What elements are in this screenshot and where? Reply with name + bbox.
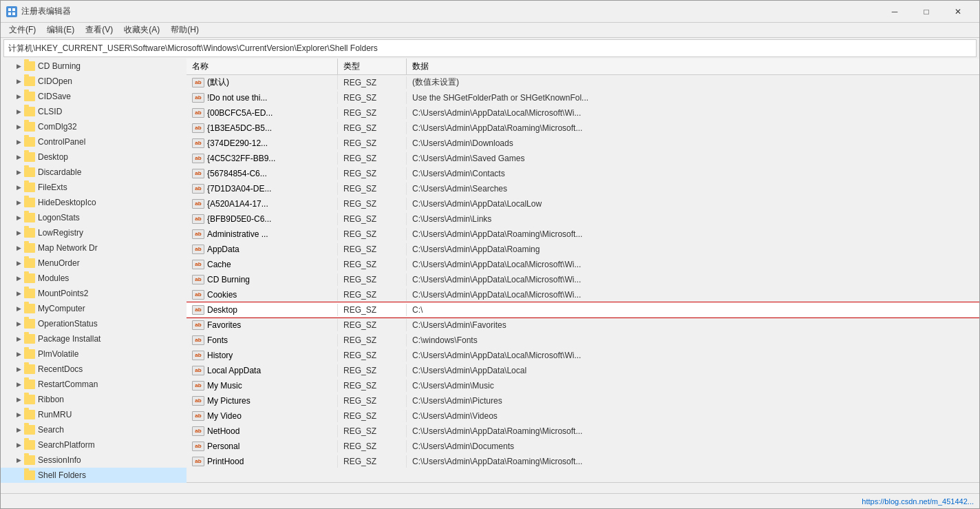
tree-expand-arrow[interactable]: ▶ [14, 411, 23, 419]
tree-panel[interactable]: ▶CD Burning▶CIDOpen▶CIDSave▶CLSID▶ComDlg… [1, 59, 187, 493]
table-row[interactable]: ab{374DE290-12...REG_SZC:\Users\Admin\Do… [187, 136, 979, 151]
tree-expand-arrow[interactable]: ▶ [14, 304, 23, 313]
tree-expand-arrow[interactable]: ▶ [14, 168, 23, 176]
table-row[interactable]: ab{A520A1A4-17...REG_SZC:\Users\Admin\Ap… [187, 196, 979, 211]
cell-type: REG_SZ [338, 349, 407, 362]
app-icon [6, 6, 17, 17]
tree-expand-arrow[interactable] [14, 471, 23, 479]
close-button[interactable]: ✕ [942, 1, 974, 23]
table-row[interactable]: abAdministrative ...REG_SZC:\Users\Admin… [187, 227, 979, 242]
menu-favorites[interactable]: 收藏夹(A) [118, 23, 165, 37]
table-row[interactable]: abCacheREG_SZC:\Users\Admin\AppData\Loca… [187, 257, 979, 272]
table-row[interactable]: abLocal AppDataREG_SZC:\Users\Admin\AppD… [187, 363, 979, 378]
reg-ab-icon: ab [192, 381, 204, 391]
tree-expand-arrow[interactable]: ▶ [14, 274, 23, 282]
table-row[interactable]: abPersonalREG_SZC:\Users\Admin\Documents [187, 439, 979, 454]
tree-expand-arrow[interactable]: ▶ [14, 214, 23, 222]
maximize-button[interactable]: □ [910, 1, 942, 23]
table-row[interactable]: abMy MusicREG_SZC:\Users\Admin\Music [187, 378, 979, 393]
tree-expand-arrow[interactable]: ▶ [14, 441, 23, 449]
tree-expand-arrow[interactable]: ▶ [14, 77, 23, 85]
menu-view[interactable]: 查看(V) [80, 23, 118, 37]
tree-item[interactable]: ▶Modules [1, 271, 187, 286]
table-row[interactable]: abHistoryREG_SZC:\Users\Admin\AppData\Lo… [187, 348, 979, 363]
tree-item[interactable]: ▶HideDesktopIco [1, 195, 187, 210]
tree-expand-arrow[interactable]: ▶ [14, 183, 23, 191]
table-row[interactable]: ab{BFB9D5E0-C6...REG_SZC:\Users\Admin\Li… [187, 211, 979, 227]
tree-item[interactable]: ▶MountPoints2 [1, 286, 187, 301]
tree-expand-arrow[interactable]: ▶ [14, 350, 23, 358]
tree-expand-arrow[interactable]: ▶ [14, 107, 23, 116]
tree-expand-arrow[interactable]: ▶ [14, 92, 23, 101]
tree-item[interactable]: ▶CD Burning [1, 59, 187, 74]
tree-item[interactable]: ▶OperationStatus [1, 316, 187, 331]
tree-expand-arrow[interactable]: ▶ [14, 289, 23, 298]
tree-expand-arrow[interactable]: ▶ [14, 365, 23, 373]
table-row[interactable]: ab{56784854-C6...REG_SZC:\Users\Admin\Co… [187, 166, 979, 181]
tree-item-label: FileExts [38, 183, 67, 192]
tree-expand-arrow[interactable]: ▶ [14, 198, 23, 207]
table-row[interactable]: ab(默认)REG_SZ(数值未设置) [187, 75, 979, 90]
tree-expand-arrow[interactable]: ▶ [14, 320, 23, 328]
tree-expand-arrow[interactable]: ▶ [14, 335, 23, 343]
menu-help[interactable]: 帮助(H) [165, 23, 204, 37]
horizontal-scrollbar[interactable] [187, 482, 979, 493]
table-row[interactable]: ab{1B3EA5DC-B5...REG_SZC:\Users\Admin\Ap… [187, 121, 979, 136]
minimize-button[interactable]: ─ [879, 1, 910, 23]
tree-item[interactable]: ▶RunMRU [1, 407, 187, 422]
tree-item[interactable]: ▶MenuOrder [1, 256, 187, 271]
tree-expand-arrow[interactable]: ▶ [14, 123, 23, 131]
table-row[interactable]: abFontsREG_SZC:\windows\Fonts [187, 333, 979, 348]
tree-expand-arrow[interactable]: ▶ [14, 138, 23, 146]
tree-item[interactable]: ▶SessionInfo [1, 453, 187, 468]
table-row[interactable]: abNetHoodREG_SZC:\Users\Admin\AppData\Ro… [187, 424, 979, 439]
table-row[interactable]: abMy PicturesREG_SZC:\Users\Admin\Pictur… [187, 393, 979, 408]
tree-item[interactable]: ▶PlmVolatile [1, 346, 187, 362]
tree-item[interactable]: ▶RecentDocs [1, 362, 187, 377]
tree-item[interactable]: ▶RestartComman [1, 377, 187, 392]
tree-item[interactable]: ▶ControlPanel [1, 134, 187, 149]
tree-expand-arrow[interactable]: ▶ [14, 380, 23, 388]
tree-expand-arrow[interactable]: ▶ [14, 244, 23, 252]
name-text: Favorites [207, 320, 241, 330]
menu-edit[interactable]: 编辑(E) [41, 23, 80, 37]
tree-item[interactable]: ▶CIDOpen [1, 74, 187, 89]
tree-item[interactable]: ▶CIDSave [1, 89, 187, 104]
cell-data: C:\Users\Admin\Videos [407, 410, 979, 422]
tree-item[interactable]: ▶SearchPlatform [1, 437, 187, 453]
tree-item[interactable]: ▶Package Installat [1, 331, 187, 346]
table-row[interactable]: ab{00BCFC5A-ED...REG_SZC:\Users\Admin\Ap… [187, 105, 979, 121]
tree-item[interactable]: ▶Ribbon [1, 392, 187, 407]
table-row[interactable]: abFavoritesREG_SZC:\Users\Admin\Favorite… [187, 318, 979, 333]
name-text: {BFB9D5E0-C6... [207, 214, 271, 224]
tree-item[interactable]: Shell Folders [1, 468, 187, 483]
tree-item[interactable]: ▶Search [1, 422, 187, 437]
tree-expand-arrow[interactable]: ▶ [14, 259, 23, 267]
tree-expand-arrow[interactable]: ▶ [14, 456, 23, 464]
tree-item[interactable]: ▶CLSID [1, 104, 187, 119]
table-row[interactable]: abCD BurningREG_SZC:\Users\Admin\AppData… [187, 272, 979, 287]
tree-item[interactable]: ▶Map Network Dr [1, 240, 187, 256]
table-row[interactable]: ab!Do not use thi...REG_SZUse the SHGetF… [187, 90, 979, 105]
tree-item[interactable]: ▶MyComputer [1, 301, 187, 316]
table-row[interactable]: abCookiesREG_SZC:\Users\Admin\AppData\Lo… [187, 287, 979, 302]
tree-expand-arrow[interactable]: ▶ [14, 62, 23, 70]
table-body[interactable]: ab(默认)REG_SZ(数值未设置)ab!Do not use thi...R… [187, 75, 979, 482]
table-row[interactable]: abPrintHoodREG_SZC:\Users\Admin\AppData\… [187, 454, 979, 469]
tree-item[interactable]: ▶Desktop [1, 149, 187, 165]
table-row[interactable]: ab{4C5C32FF-BB9...REG_SZC:\Users\Admin\S… [187, 151, 979, 166]
table-row[interactable]: abMy VideoREG_SZC:\Users\Admin\Videos [187, 408, 979, 424]
tree-item[interactable]: ▶ComDlg32 [1, 119, 187, 134]
table-row[interactable]: abAppDataREG_SZC:\Users\Admin\AppData\Ro… [187, 242, 979, 257]
tree-item[interactable]: ▶Discardable [1, 165, 187, 180]
tree-expand-arrow[interactable]: ▶ [14, 426, 23, 434]
table-row[interactable]: ab{7D1D3A04-DE...REG_SZC:\Users\Admin\Se… [187, 181, 979, 196]
tree-expand-arrow[interactable]: ▶ [14, 153, 23, 161]
tree-expand-arrow[interactable]: ▶ [14, 229, 23, 237]
tree-item[interactable]: ▶FileExts [1, 180, 187, 195]
tree-item[interactable]: ▶LowRegistry [1, 225, 187, 240]
tree-item[interactable]: ▶LogonStats [1, 210, 187, 225]
table-row[interactable]: abDesktopREG_SZC:\ [187, 302, 979, 318]
tree-expand-arrow[interactable]: ▶ [14, 395, 23, 404]
menu-file[interactable]: 文件(F) [3, 23, 41, 37]
